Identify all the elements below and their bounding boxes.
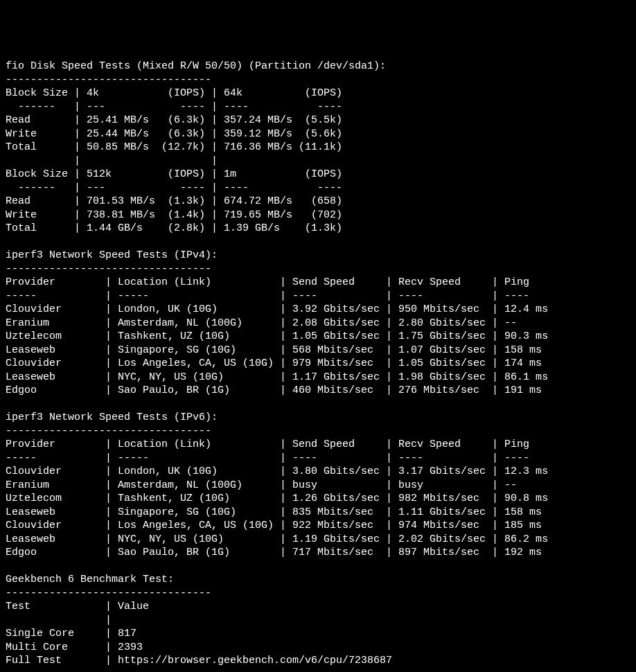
- terminal-output: fio Disk Speed Tests (Mixed R/W 50/50) (…: [6, 60, 630, 668]
